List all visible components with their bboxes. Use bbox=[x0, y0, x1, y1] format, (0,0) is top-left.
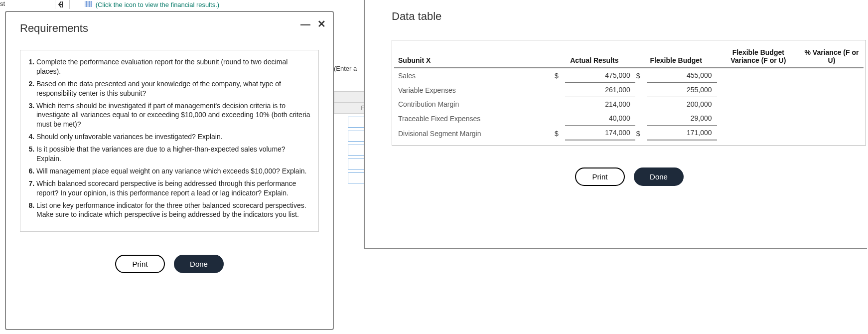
svg-rect-0 bbox=[85, 1, 92, 7]
col-actual: Actual Results bbox=[554, 45, 635, 68]
table-row: Traceable Fixed Expenses40,00029,000 bbox=[394, 111, 864, 126]
col-variance: Flexible Budget Variance (F or U) bbox=[717, 45, 800, 68]
print-button[interactable]: Print bbox=[575, 167, 625, 186]
data-table-modal: Data table Subunit X Actual Results Flex… bbox=[364, 0, 867, 249]
requirement-item: Complete the performance evaluation repo… bbox=[36, 57, 310, 76]
view-results-link[interactable]: (Click the icon to view the financial re… bbox=[85, 1, 219, 8]
row-label: Sales bbox=[394, 68, 554, 83]
requirement-item: Which items should be investigated if pa… bbox=[36, 101, 310, 130]
cur bbox=[554, 111, 565, 126]
requirement-item: Which balanced scorecard perspective is … bbox=[36, 179, 310, 198]
variance-value bbox=[717, 68, 800, 83]
table-row: Divisional Segment Margin$174,000$171,00… bbox=[394, 126, 864, 141]
actual-value: 261,000 bbox=[565, 83, 635, 97]
table-icon bbox=[85, 1, 94, 8]
col-flexible: Flexible Budget bbox=[635, 45, 717, 68]
requirements-title: Requirements bbox=[20, 22, 319, 35]
pct-value bbox=[800, 97, 864, 112]
requirements-modal: — ✕ Requirements Complete the performanc… bbox=[5, 11, 334, 330]
view-results-text: (Click the icon to view the financial re… bbox=[96, 1, 220, 8]
requirements-box: Complete the performance evaluation repo… bbox=[20, 50, 319, 232]
row-label: Variable Expenses bbox=[394, 83, 554, 97]
flex-value: 255,000 bbox=[647, 83, 717, 97]
variance-value bbox=[717, 83, 800, 97]
done-button[interactable]: Done bbox=[634, 167, 684, 186]
bg-fragment: st bbox=[0, 0, 5, 7]
pct-value bbox=[800, 83, 864, 97]
financial-table: Subunit X Actual Results Flexible Budget… bbox=[394, 45, 864, 141]
pct-value bbox=[800, 126, 864, 141]
cur bbox=[635, 83, 647, 97]
requirement-item: Is it possible that the variances are du… bbox=[36, 145, 310, 164]
actual-value: 475,000 bbox=[565, 68, 635, 83]
cur bbox=[635, 97, 647, 112]
flex-value: 29,000 bbox=[647, 111, 717, 126]
actual-value: 40,000 bbox=[565, 111, 635, 126]
table-row: Contribution Margin214,000200,000 bbox=[394, 97, 864, 112]
actual-value: 214,000 bbox=[565, 97, 635, 112]
actual-value: 174,000 bbox=[565, 126, 635, 141]
requirement-item: List one key performance indicator for t… bbox=[36, 201, 310, 220]
pct-value bbox=[800, 111, 864, 126]
table-row: Variable Expenses261,000255,000 bbox=[394, 83, 864, 97]
variance-value bbox=[717, 97, 800, 112]
variance-value bbox=[717, 111, 800, 126]
close-icon[interactable]: ✕ bbox=[317, 19, 326, 29]
print-button[interactable]: Print bbox=[115, 255, 165, 273]
requirement-item: Should only unfavorable variances be inv… bbox=[36, 132, 310, 142]
flex-value: 171,000 bbox=[647, 126, 717, 141]
minimize-icon[interactable]: — bbox=[300, 19, 310, 29]
flex-value: 455,000 bbox=[647, 68, 717, 83]
col-pct: % Variance (F or U) bbox=[800, 45, 864, 68]
row-label: Traceable Fixed Expenses bbox=[394, 111, 554, 126]
data-table-box: Subunit X Actual Results Flexible Budget… bbox=[392, 40, 866, 146]
cur: $ bbox=[635, 126, 647, 141]
cur: $ bbox=[554, 126, 565, 141]
cur bbox=[554, 97, 565, 112]
flex-value: 200,000 bbox=[647, 97, 717, 112]
requirement-item: Based on the data presented and your kno… bbox=[36, 79, 310, 98]
variance-value bbox=[717, 126, 800, 141]
cur bbox=[635, 111, 647, 126]
back-arrow-icon[interactable] bbox=[55, 0, 70, 9]
table-row: Sales$475,000$455,000 bbox=[394, 68, 864, 83]
cur: $ bbox=[554, 68, 565, 83]
row-label: Contribution Margin bbox=[394, 97, 554, 112]
row-label: Divisional Segment Margin bbox=[394, 126, 554, 141]
col-subunit: Subunit X bbox=[394, 45, 554, 68]
cur: $ bbox=[635, 68, 647, 83]
cur bbox=[554, 83, 565, 97]
pct-value bbox=[800, 68, 864, 83]
done-button[interactable]: Done bbox=[174, 255, 224, 273]
data-table-title: Data table bbox=[392, 10, 867, 23]
requirement-item: Will management place equal weight on an… bbox=[36, 167, 310, 176]
